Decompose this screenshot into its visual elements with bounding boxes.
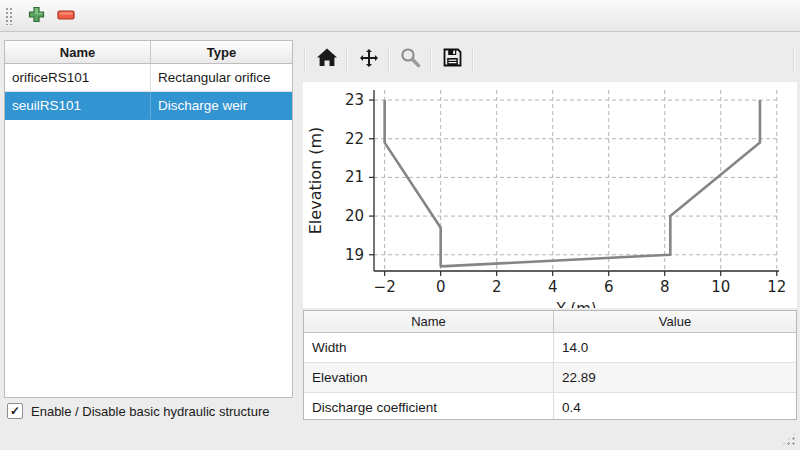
svg-text:23: 23 [345,91,364,109]
remove-structure-button[interactable] [51,2,81,29]
parameter-value-cell[interactable]: 0.4 [554,393,796,420]
svg-text:Y (m): Y (m) [555,300,596,308]
plot-save-button[interactable] [434,42,471,76]
svg-text:21: 21 [345,168,364,186]
plot-pan-button[interactable] [350,42,387,76]
floppy-icon [442,47,463,71]
parameter-value-cell[interactable]: 14.0 [554,333,796,362]
enable-structure-label: Enable / Disable basic hydraulic structu… [31,404,269,419]
svg-text:22: 22 [345,130,364,148]
column-header-type[interactable]: Type [151,41,292,63]
toolbar-separator [794,46,795,72]
parameter-name-cell: Width [304,333,554,362]
svg-text:20: 20 [345,207,364,225]
structure-name-cell: seuilRS101 [5,92,151,119]
add-structure-button[interactable] [21,2,51,29]
structures-table: NameTypeorificeRS101Rectangular orifices… [4,40,293,398]
toolbar-separator [305,46,306,72]
parameter-row[interactable]: Discharge coefficient0.4 [304,393,796,420]
plot-home-button[interactable] [308,42,345,76]
plus-icon [28,6,45,26]
structure-name-cell: orificeRS101 [5,64,151,91]
svg-text:−2: −2 [374,278,396,296]
plot-toolbar [303,40,797,78]
svg-text:2: 2 [492,278,502,296]
param-column-header-value[interactable]: Value [554,311,796,332]
parameter-row[interactable]: Elevation22.89 [304,363,796,393]
checkbox-check-icon[interactable]: ✓ [7,403,23,419]
main-toolbar [0,0,800,32]
parameter-value-cell[interactable]: 22.89 [554,363,796,392]
toolbar-separator [473,46,474,72]
svg-text:4: 4 [548,278,558,296]
enable-structure-checkbox-row[interactable]: ✓ Enable / Disable basic hydraulic struc… [7,403,269,419]
structure-row[interactable]: orificeRS101Rectangular orifice [5,64,292,92]
parameter-name-cell: Elevation [304,363,554,392]
svg-text:8: 8 [660,278,670,296]
resize-grip[interactable] [782,432,796,446]
elevation-chart-canvas[interactable]: −20246810121920212223Elevation (m)Y (m) [303,82,797,308]
move-icon [358,47,380,72]
structure-type-cell: Discharge weir [151,92,292,119]
toolbar-separator [347,46,348,72]
param-column-header-name[interactable]: Name [304,311,554,332]
toolbar-drag-handle[interactable] [5,7,13,25]
hydraulic-structures-window: NameTypeorificeRS101Rectangular orifices… [0,0,800,450]
plot-zoom-button[interactable] [392,42,429,76]
svg-text:12: 12 [767,278,786,296]
structure-type-cell: Rectangular orifice [151,64,292,91]
parameter-row[interactable]: Width14.0 [304,333,796,363]
svg-text:6: 6 [604,278,614,296]
structure-row[interactable]: seuilRS101Discharge weir [5,92,292,120]
column-header-name[interactable]: Name [5,41,151,63]
home-icon [316,47,338,71]
svg-text:19: 19 [345,246,364,264]
svg-text:10: 10 [711,278,730,296]
svg-text:0: 0 [436,278,446,296]
toolbar-separator [431,46,432,72]
magnifier-icon [400,47,421,71]
svg-text:Elevation (m): Elevation (m) [306,127,325,234]
minus-icon [57,8,75,23]
parameters-table: NameValueWidth14.0Elevation22.89Discharg… [303,310,797,420]
toolbar-separator [389,46,390,72]
parameter-name-cell: Discharge coefficient [304,393,554,420]
